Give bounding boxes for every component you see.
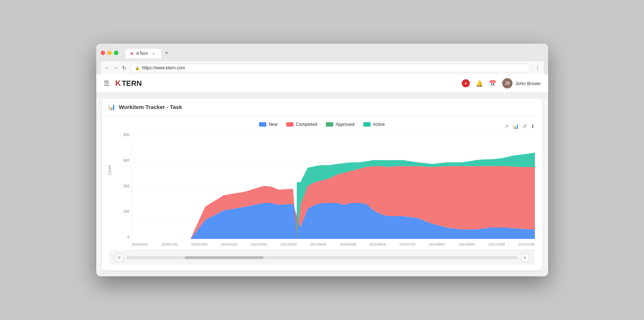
legend-label-completed: Completed [296, 122, 317, 127]
x-label-0: 2020/10/01 [132, 243, 148, 246]
app-logo: KTERN [115, 79, 142, 88]
bar-chart-icon[interactable]: 📊 [512, 123, 519, 129]
refresh-chart-icon[interactable]: ↺ [522, 123, 527, 129]
download-chart-icon[interactable]: ⬇ [530, 123, 535, 129]
legend-item-active: Active [363, 122, 385, 127]
chart-wrapper: 0 200 400 600 800 Count [109, 133, 535, 250]
chart-plot: 2020/10/01 2020/11/01 2020/12/02 2021/01… [132, 133, 535, 250]
y-tick-0: 0 [117, 235, 130, 239]
active-tab[interactable]: K KTern × [126, 49, 161, 58]
chart-container: New Completed Approved Active [102, 116, 542, 270]
x-label-7: 2021/05/06 [340, 243, 356, 246]
x-label-2: 2020/12/02 [191, 243, 208, 246]
x-axis-labels: 2020/10/01 2020/11/01 2020/12/02 2021/01… [132, 239, 535, 250]
legend-swatch-approved [326, 122, 333, 127]
y-tick-600: 600 [117, 159, 130, 163]
x-label-6: 2021/04/05 [310, 243, 327, 246]
lock-icon: 🔒 [135, 66, 140, 70]
logo-k: K [115, 79, 121, 88]
user-info[interactable]: JB John Brown [502, 78, 541, 88]
address-bar-row: ← → ↻ 🔒 https://www.ktern.com ⋮ [101, 61, 544, 74]
maximize-traffic-light[interactable] [114, 51, 118, 55]
legend-item-new: New [259, 122, 277, 127]
panel-chart-icon: 📊 [108, 103, 115, 110]
y-axis: 0 200 400 600 800 Count [109, 133, 132, 250]
avatar-initials: JB [505, 81, 510, 86]
panel-title: Workitem Tracker - Task [119, 104, 182, 110]
url-text: https://www.ktern.com [142, 65, 185, 70]
new-tab-button[interactable]: + [161, 47, 172, 58]
scrollbar-area: ≡ ≡ [109, 250, 535, 265]
add-button[interactable]: + [462, 79, 470, 87]
x-label-4: 2021/02/02 [251, 243, 267, 246]
legend-item-completed: Completed [286, 122, 317, 127]
forward-button[interactable]: → [113, 65, 118, 71]
content-area: 📊 Workitem Tracker - Task New Completed [96, 98, 548, 270]
refresh-button[interactable]: ↻ [122, 65, 126, 71]
chart-toolbar: ↗ 📊 ↺ ⬇ [504, 123, 535, 129]
legend-label-new: New [269, 122, 277, 127]
y-tick-800: 800 [117, 133, 130, 137]
x-label-3: 2021/01/02 [221, 243, 237, 246]
avatar: JB [502, 78, 512, 88]
legend-label-approved: Approved [335, 122, 354, 127]
back-button[interactable]: ← [104, 65, 109, 71]
calendar-icon[interactable]: 📅 [489, 80, 496, 87]
legend-label-active: Active [373, 122, 385, 127]
close-traffic-light[interactable] [101, 51, 105, 55]
header-left: ☰ KTERN [104, 79, 142, 88]
chart-legend: New Completed Approved Active [109, 122, 535, 127]
x-label-9: 2021/07/07 [399, 243, 416, 246]
legend-swatch-active [363, 122, 371, 127]
minimize-traffic-light[interactable] [107, 51, 112, 55]
scroll-left-button[interactable]: ≡ [115, 254, 123, 262]
x-label-10: 2021/08/07 [429, 243, 446, 246]
scroll-right-button[interactable]: ≡ [521, 254, 529, 262]
browser-window: K KTern × + ← → ↻ 🔒 https://www.ktern.co… [96, 44, 548, 276]
tab-close-button[interactable]: × [151, 51, 156, 56]
address-bar[interactable]: 🔒 https://www.ktern.com [130, 63, 531, 72]
x-label-5: 2021/03/05 [280, 243, 297, 246]
tab-title: KTern [136, 51, 148, 56]
app-header: ☰ KTERN + 🔔 📅 JB John Brown [96, 74, 548, 92]
y-axis-label: Count [107, 165, 111, 175]
notifications-bell-icon[interactable]: 🔔 [476, 80, 483, 87]
legend-swatch-completed [286, 122, 294, 127]
workitem-tracker-panel: 📊 Workitem Tracker - Task New Completed [102, 98, 542, 270]
y-tick-400: 400 [117, 184, 130, 188]
legend-swatch-new [259, 122, 266, 127]
x-label-8: 2021/06/06 [370, 243, 386, 246]
tab-favicon-icon: K [131, 51, 134, 56]
user-name: John Brown [515, 81, 541, 86]
hamburger-menu[interactable]: ☰ [104, 79, 109, 87]
x-label-1: 2020/11/01 [161, 243, 178, 246]
browser-controls: K KTern × + [101, 47, 544, 58]
scroll-track[interactable] [126, 256, 518, 259]
x-label-13: 2021/11/08 [518, 243, 535, 246]
scroll-thumb [185, 256, 263, 259]
y-axis-ticks: 0 200 400 600 800 [117, 133, 130, 239]
tab-bar: K KTern × + [126, 47, 172, 58]
line-chart-icon[interactable]: ↗ [504, 123, 509, 129]
traffic-lights [101, 51, 118, 55]
logo-suffix: TERN [122, 79, 141, 88]
browser-chrome: K KTern × + ← → ↻ 🔒 https://www.ktern.co… [96, 44, 548, 74]
legend-item-approved: Approved [326, 122, 354, 127]
area-chart-svg [132, 133, 535, 239]
panel-title-bar: 📊 Workitem Tracker - Task [102, 98, 542, 116]
y-tick-200: 200 [117, 210, 130, 214]
x-label-11: 2021/09/07 [458, 243, 475, 246]
browser-menu-button[interactable]: ⋮ [535, 65, 540, 71]
header-right: + 🔔 📅 JB John Brown [462, 78, 541, 88]
x-label-12: 2021/10/08 [488, 243, 505, 246]
